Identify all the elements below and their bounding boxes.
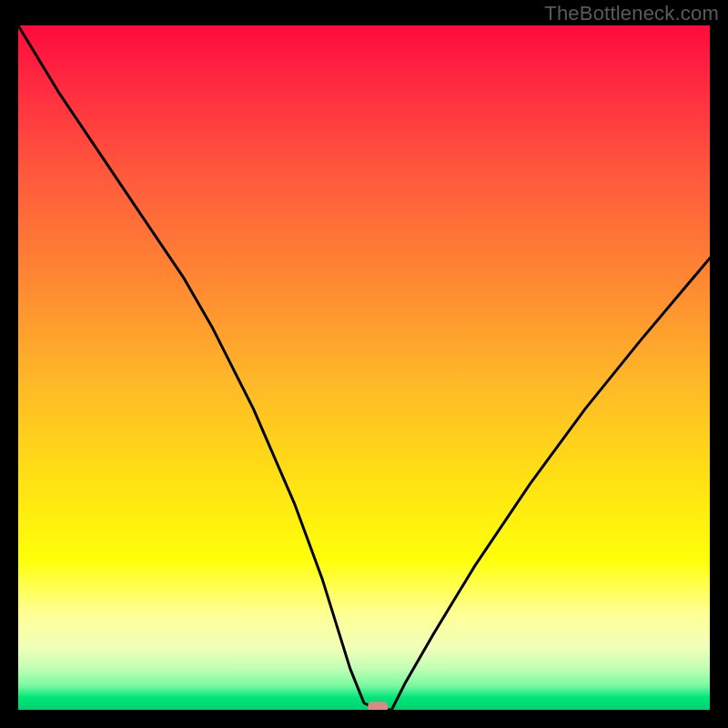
chart-frame: TheBottleneck.com (0, 0, 728, 728)
plot-area (18, 25, 710, 710)
watermark-text: TheBottleneck.com (544, 2, 719, 25)
bottleneck-curve (18, 25, 710, 710)
optimum-marker (368, 702, 388, 710)
curve-svg (18, 25, 710, 710)
